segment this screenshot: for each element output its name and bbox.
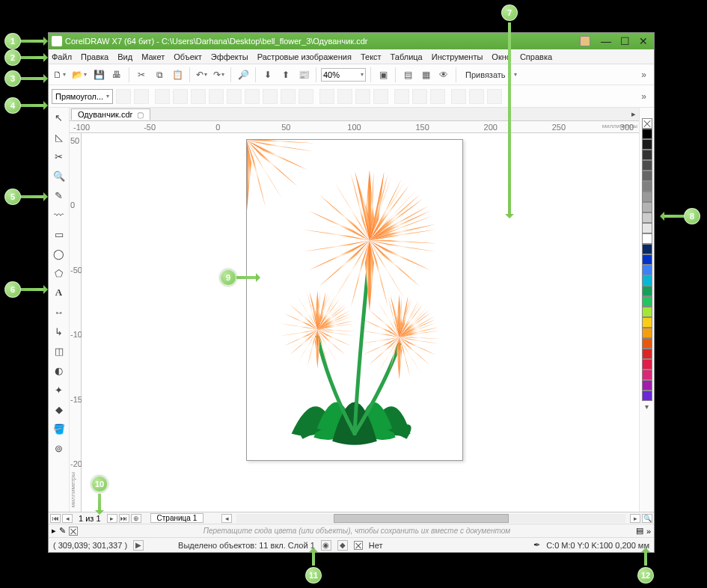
prop-icon[interactable]: [227, 89, 242, 104]
color-swatch[interactable]: [642, 338, 652, 349]
save-button[interactable]: 💾: [91, 67, 106, 82]
publish-pdf-button[interactable]: 📰: [296, 67, 311, 82]
hscroll-right[interactable]: ▸: [630, 514, 640, 523]
color-swatch[interactable]: [642, 202, 652, 212]
color-swatch[interactable]: [642, 244, 652, 254]
snap-to-dropdown[interactable]: Привязать к▾: [465, 70, 517, 79]
horizontal-scrollbar[interactable]: [236, 514, 625, 523]
add-page-button[interactable]: ⊕: [131, 514, 141, 523]
color-swatch[interactable]: [642, 359, 652, 370]
redo-button[interactable]: ↷▾: [212, 67, 226, 82]
import-button[interactable]: ⬇: [260, 67, 275, 82]
color-swatch[interactable]: [642, 139, 652, 150]
prop-icon[interactable]: [451, 89, 466, 104]
parallel-dimension-tool[interactable]: ↔: [51, 304, 67, 320]
first-page-button[interactable]: ⏮: [50, 514, 61, 523]
text-tool[interactable]: A: [51, 284, 67, 301]
ruler-vertical[interactable]: 500-50-100-150-200: [70, 133, 82, 512]
no-color-swatch[interactable]: [642, 118, 652, 129]
eyedropper-tool[interactable]: ✦: [51, 382, 67, 398]
zoom-level-combo[interactable]: 40%▾: [321, 68, 366, 82]
export-button[interactable]: ⬆: [278, 67, 293, 82]
cut-button[interactable]: ✂: [134, 67, 149, 82]
color-swatch[interactable]: [642, 160, 652, 171]
zoom-tool[interactable]: 🔍: [51, 168, 67, 184]
prop-icon[interactable]: [209, 89, 224, 104]
page-tab[interactable]: Страница 1: [150, 513, 204, 523]
copy-button[interactable]: ⧉: [152, 67, 167, 82]
minimize-button[interactable]: —: [601, 35, 611, 47]
doc-palette-arrow[interactable]: ▸: [52, 526, 56, 536]
eyedropper-icon[interactable]: ✎: [59, 526, 66, 536]
freehand-tool[interactable]: ✎: [51, 187, 67, 203]
smart-fill-tool[interactable]: 🪣: [51, 420, 67, 437]
tab-scroll-right[interactable]: ▸: [631, 109, 639, 119]
doc-palette-expand[interactable]: »: [646, 527, 651, 536]
propbar-overflow-button[interactable]: »: [641, 91, 651, 102]
prop-icon[interactable]: [337, 89, 352, 104]
ellipse-tool[interactable]: ◯: [51, 245, 67, 262]
color-swatch[interactable]: [642, 380, 652, 391]
prop-icon[interactable]: [263, 89, 278, 104]
last-page-button[interactable]: ⏭: [119, 514, 129, 523]
status-camera-icon[interactable]: ◉: [321, 540, 331, 551]
prop-icon[interactable]: [281, 89, 296, 104]
prop-icon[interactable]: [116, 89, 131, 104]
color-swatch[interactable]: [642, 223, 652, 233]
color-swatch[interactable]: [642, 212, 652, 223]
maximize-button[interactable]: ☐: [620, 35, 630, 47]
prop-icon[interactable]: [469, 89, 484, 104]
menu-object[interactable]: Объект: [174, 52, 201, 61]
preset-combo[interactable]: Прямоугол...▾: [52, 89, 113, 104]
palette-scroll-down[interactable]: ▾: [645, 402, 649, 411]
pick-tool[interactable]: ↖: [51, 109, 67, 126]
color-swatch[interactable]: [642, 233, 652, 244]
menu-tools[interactable]: Инструменты: [432, 52, 483, 61]
prop-icon[interactable]: [319, 89, 334, 104]
doc-palette-menu[interactable]: ▤: [636, 526, 643, 536]
prop-icon[interactable]: [134, 89, 149, 104]
menu-file[interactable]: Файл: [52, 52, 72, 61]
prop-icon[interactable]: [245, 89, 260, 104]
hscroll-left[interactable]: ◂: [221, 514, 232, 523]
color-swatch[interactable]: [642, 391, 652, 401]
show-guidelines-button[interactable]: 👁: [436, 67, 451, 82]
prop-icon[interactable]: [430, 89, 445, 104]
menu-window[interactable]: Окно: [492, 52, 511, 61]
polygon-tool[interactable]: ⬠: [51, 265, 67, 281]
crop-tool[interactable]: ✂: [51, 148, 67, 165]
artistic-media-tool[interactable]: 〰: [51, 206, 67, 223]
close-button[interactable]: ✕: [639, 35, 648, 47]
prop-icon[interactable]: [412, 89, 427, 104]
color-swatch[interactable]: [642, 296, 652, 307]
status-fill-icon[interactable]: ◆: [337, 540, 348, 551]
prop-icon[interactable]: [394, 89, 409, 104]
menu-view[interactable]: Вид: [117, 52, 132, 61]
menu-help[interactable]: Справка: [520, 52, 552, 61]
status-play-icon[interactable]: ▶: [133, 540, 144, 551]
menu-text[interactable]: Текст: [361, 52, 382, 61]
shape-tool[interactable]: ◺: [51, 129, 67, 145]
doc-palette-nocolor[interactable]: [69, 527, 78, 536]
color-swatch[interactable]: [642, 317, 652, 328]
next-page-button[interactable]: ▸: [107, 514, 117, 523]
outline-pen-tool[interactable]: ⊚: [51, 440, 67, 456]
drawing-page[interactable]: [246, 139, 463, 461]
rectangle-tool[interactable]: ▭: [51, 226, 67, 242]
ruler-horizontal[interactable]: миллиметры -100-50050100150200250300: [70, 121, 639, 133]
transparency-tool[interactable]: ◐: [51, 362, 67, 379]
color-swatch[interactable]: [642, 265, 652, 275]
search-content-button[interactable]: 🔎: [236, 67, 251, 82]
connector-tool[interactable]: ↳: [51, 323, 67, 340]
color-swatch[interactable]: [642, 192, 652, 202]
drop-shadow-tool[interactable]: ◫: [51, 343, 67, 359]
color-swatch[interactable]: [642, 254, 652, 265]
close-tab-icon[interactable]: ▢: [137, 111, 144, 119]
color-swatch[interactable]: [642, 328, 652, 338]
drawing-workspace[interactable]: [82, 133, 639, 512]
color-swatch[interactable]: [642, 171, 652, 181]
color-swatch[interactable]: [642, 370, 652, 380]
new-button[interactable]: 🗋▾: [52, 67, 67, 82]
prop-icon[interactable]: [373, 89, 388, 104]
show-grid-button[interactable]: ▦: [418, 67, 433, 82]
